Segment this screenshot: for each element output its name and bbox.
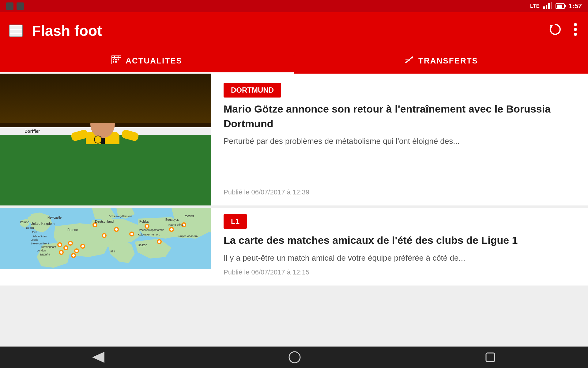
svg-point-56 [81, 245, 84, 247]
svg-point-41 [94, 136, 102, 143]
app-bar: Flash foot [0, 12, 588, 49]
back-button[interactable] [86, 349, 111, 365]
svg-point-64 [130, 233, 133, 235]
status-right: LTE 1:57 [530, 2, 582, 10]
tab-actualites-label: ACTUALITES [126, 56, 182, 66]
svg-point-68 [158, 240, 160, 243]
tab-transferts-label: TRANSFERTS [418, 56, 478, 66]
svg-text:Ireland: Ireland [20, 220, 29, 224]
svg-text:London: London [37, 249, 46, 252]
svg-text:Беларусь: Беларусь [165, 218, 179, 221]
battery-icon [556, 3, 565, 9]
status-icons [6, 2, 24, 10]
svg-point-9 [574, 28, 577, 31]
svg-text:France: France [67, 228, 78, 232]
svg-rect-15 [113, 59, 114, 60]
svg-text:zachodniopomorsde: zachodniopomorsde [139, 228, 164, 232]
svg-text:Kujawsko-Pomo...: Kujawsko-Pomo... [138, 233, 160, 236]
svg-text:Newcastle: Newcastle [47, 216, 62, 219]
svg-rect-17 [118, 59, 119, 60]
status-bar: LTE 1:57 [0, 0, 588, 12]
svg-text:Italia: Italia [109, 250, 115, 253]
tab-transferts[interactable]: TRANSFERTS [294, 49, 588, 74]
svg-text:España: España [40, 253, 50, 256]
svg-point-46 [65, 247, 67, 249]
svg-rect-6 [10, 33, 22, 34]
app-bar-left: Flash foot [9, 22, 102, 39]
news-image-dortmund: Dorffler WÜRSTE [0, 74, 211, 205]
dortmund-date: Publié le 06/07/2017 à 12:39 [224, 188, 576, 196]
svg-text:Isle of Man: Isle of Man [33, 235, 47, 238]
svg-rect-5 [10, 29, 22, 30]
news-card-l1[interactable]: United Kingdom Ireland Newcastle France … [0, 208, 588, 286]
svg-text:Россия: Россия [184, 214, 194, 218]
svg-text:Dublin: Dublin [26, 226, 34, 229]
icon-1 [6, 2, 13, 10]
svg-rect-3 [551, 2, 552, 9]
svg-point-10 [574, 33, 577, 36]
svg-point-8 [574, 23, 577, 26]
svg-rect-2 [548, 3, 550, 9]
lte-label: LTE [530, 3, 540, 9]
svg-point-70 [170, 228, 173, 231]
tab-bar: ACTUALITES TRANSFERTS [0, 49, 588, 74]
svg-marker-96 [92, 352, 104, 363]
svg-rect-19 [115, 61, 117, 63]
home-button[interactable] [282, 349, 307, 366]
svg-text:Polska: Polska [139, 220, 149, 223]
svg-rect-14 [118, 56, 119, 59]
svg-rect-98 [486, 353, 495, 362]
app-bar-right [546, 21, 579, 40]
icon-2 [17, 2, 24, 10]
news-image-l1: United Kingdom Ireland Newcastle France … [0, 208, 211, 269]
svg-rect-16 [115, 59, 117, 60]
dortmund-excerpt: Perturbé par des problèmes de métabolism… [224, 135, 576, 147]
svg-text:Stoke-on-Trent: Stoke-on-Trent [31, 242, 49, 245]
l1-date: Publié le 06/07/2017 à 12:15 [224, 268, 576, 276]
svg-text:Deutschland: Deutschland [95, 220, 114, 223]
actualites-icon [111, 56, 121, 66]
refresh-button[interactable] [546, 21, 563, 40]
news-body-l1: L1 La carte des matches amicaux de l'été… [211, 208, 588, 286]
svg-point-54 [60, 251, 62, 254]
svg-point-60 [103, 234, 105, 237]
svg-text:Leeds: Leeds [31, 238, 38, 241]
dortmund-headline: Mario Götze annonce son retour à l'entra… [224, 102, 576, 131]
tab-actualites[interactable]: ACTUALITES [0, 49, 294, 74]
recents-button[interactable] [479, 349, 502, 365]
menu-button[interactable] [9, 25, 23, 37]
dortmund-tag: DORTMUND [224, 83, 281, 98]
svg-point-62 [115, 228, 118, 231]
l1-headline: La carte des matches amicaux de l'été de… [224, 233, 576, 248]
svg-point-48 [69, 242, 72, 244]
time-label: 1:57 [568, 2, 582, 10]
svg-text:Kалуга-область: Kалуга-область [178, 235, 198, 238]
svg-text:Dorffler: Dorffler [24, 129, 40, 134]
svg-rect-13 [114, 56, 115, 59]
svg-rect-12 [111, 57, 121, 58]
more-button[interactable] [572, 21, 579, 40]
bottom-nav [0, 347, 588, 368]
svg-text:Birmingham: Birmingham [41, 245, 56, 248]
svg-rect-4 [10, 25, 22, 26]
svg-point-44 [58, 243, 61, 246]
svg-point-58 [94, 224, 96, 226]
svg-text:Balkán: Balkán [138, 243, 147, 247]
news-card-dortmund[interactable]: Dorffler WÜRSTE [0, 74, 588, 205]
content-area[interactable]: Dorffler WÜRSTE [0, 74, 588, 347]
svg-text:Kарта обла...: Kарта обла... [168, 223, 185, 226]
news-body-dortmund: DORTMUND Mario Götze annonce son retour … [211, 74, 588, 205]
svg-point-66 [146, 225, 148, 228]
svg-rect-1 [546, 5, 547, 9]
svg-point-52 [72, 254, 75, 257]
l1-tag: L1 [224, 214, 247, 229]
svg-point-50 [75, 250, 78, 252]
svg-text:Eire: Eire [32, 231, 37, 234]
svg-text:Schleswig-Holstein: Schleswig-Holstein [109, 215, 132, 218]
svg-point-97 [289, 352, 300, 363]
signal-icon [543, 2, 552, 10]
svg-rect-18 [113, 61, 114, 63]
svg-rect-0 [543, 6, 545, 9]
l1-excerpt: Il y a peut-être un match amical de votr… [224, 252, 576, 264]
app-title: Flash foot [32, 22, 102, 39]
